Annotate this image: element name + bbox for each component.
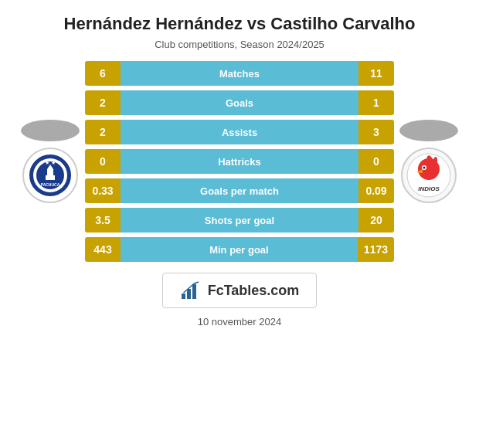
stat-left-value: 2 [85, 120, 121, 144]
svg-rect-18 [192, 284, 196, 299]
stat-row: 443Min per goal1173 [85, 237, 394, 262]
svg-rect-5 [46, 175, 55, 180]
stat-left-value: 2 [85, 90, 121, 115]
stat-row: 3.5Shots per goal20 [85, 208, 394, 232]
stat-right-value: 11 [358, 61, 394, 86]
fctables-icon [180, 280, 202, 301]
right-gray-oval [399, 120, 458, 141]
stat-left-value: 0 [85, 149, 121, 174]
svg-rect-17 [187, 289, 191, 299]
stat-right-value: 20 [358, 208, 394, 232]
stat-left-value: 3.5 [85, 208, 121, 232]
stat-right-value: 3 [358, 120, 394, 144]
svg-text:★ ★ ★ ★: ★ ★ ★ ★ [39, 160, 62, 165]
left-gray-oval [21, 120, 80, 141]
stat-label: Matches [121, 61, 358, 86]
stat-label: Hattricks [121, 149, 358, 174]
left-team-logo-area: ★ ★ ★ ★ PACHUCA [15, 120, 85, 203]
stat-left-value: 443 [85, 237, 121, 262]
page-title: Hernández Hernández vs Castilho Carvalho [64, 14, 416, 34]
fctables-text: FcTables.com [208, 283, 300, 299]
bottom-section: FcTables.com 10 november 2024 [15, 262, 464, 328]
svg-text:INDIOS: INDIOS [418, 185, 440, 192]
stat-right-value: 0 [358, 149, 394, 174]
stat-row: 6Matches11 [85, 61, 394, 86]
date-text: 10 november 2024 [198, 316, 281, 328]
stat-label: Min per goal [121, 237, 358, 262]
right-team-logo-area: INDIOS [394, 120, 464, 203]
stat-label: Goals per match [121, 178, 358, 203]
stat-row: 0.33Goals per match0.09 [85, 178, 394, 203]
stat-row: 0Hattricks0 [85, 149, 394, 174]
stat-right-value: 1 [358, 90, 394, 115]
stats-rows: 6Matches112Goals12Assists30Hattricks00.3… [85, 61, 394, 262]
stat-left-value: 6 [85, 61, 121, 86]
stat-row: 2Goals1 [85, 90, 394, 115]
stat-left-value: 0.33 [85, 178, 121, 203]
fctables-branding: FcTables.com [162, 273, 318, 308]
svg-text:PACHUCA: PACHUCA [41, 182, 60, 187]
svg-rect-16 [182, 294, 185, 299]
stat-label: Shots per goal [121, 208, 358, 232]
stat-label: Assists [121, 120, 358, 144]
stat-row: 2Assists3 [85, 120, 394, 144]
stat-right-value: 0.09 [358, 178, 394, 203]
indios-logo: INDIOS [401, 148, 457, 203]
svg-point-12 [423, 167, 426, 169]
stat-label: Goals [121, 90, 358, 115]
pachuca-logo: ★ ★ ★ ★ PACHUCA [22, 148, 78, 203]
stat-right-value: 1173 [358, 237, 394, 262]
subtitle: Club competitions, Season 2024/2025 [155, 39, 324, 50]
